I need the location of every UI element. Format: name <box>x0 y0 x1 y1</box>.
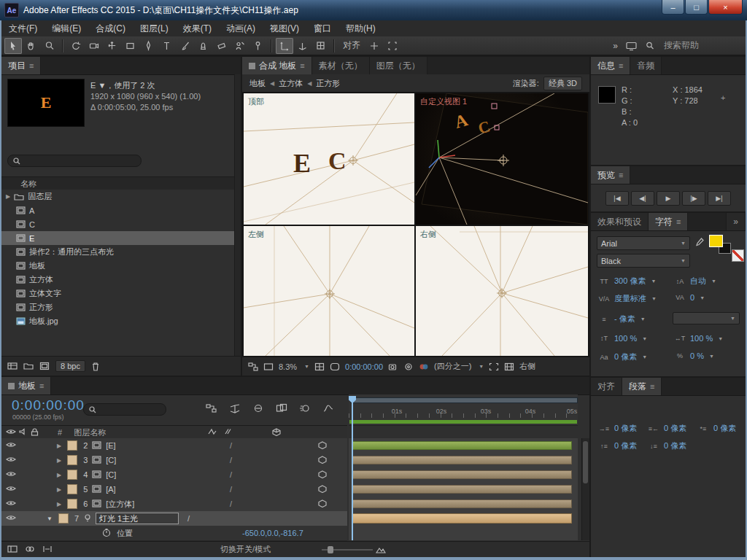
menu-edit[interactable]: 编辑(E) <box>44 20 88 36</box>
panel-menu-icon[interactable]: ≡ <box>300 61 304 70</box>
fill-color-swatch[interactable] <box>709 235 731 254</box>
breadcrumb-cube[interactable]: 立方体 <box>279 78 303 89</box>
3d-switch-icon[interactable] <box>318 485 327 494</box>
caret-icon[interactable]: ▼ <box>711 279 716 284</box>
3d-switch-icon[interactable] <box>318 499 327 509</box>
brush-tool-icon[interactable] <box>177 38 194 54</box>
quality-switch[interactable]: / <box>230 470 232 479</box>
caret-icon[interactable]: ▼ <box>700 295 705 300</box>
eye-icon[interactable] <box>6 499 16 508</box>
project-column-header[interactable]: 名称 <box>1 176 235 191</box>
3d-switch-icon[interactable] <box>318 470 327 480</box>
layer-color-chip[interactable] <box>67 499 77 509</box>
eraser-tool-icon[interactable] <box>213 38 231 54</box>
search-help-icon[interactable] <box>641 38 659 54</box>
layer-name[interactable]: [E] <box>106 441 115 450</box>
stopwatch-icon[interactable] <box>102 528 111 539</box>
transparency-grid-icon[interactable] <box>504 362 514 371</box>
menu-effect[interactable]: 效果(T) <box>176 20 219 36</box>
overflow-chevrons-icon[interactable]: » <box>613 41 618 51</box>
timeline-graph-area[interactable] <box>349 438 578 540</box>
layer-color-chip[interactable] <box>67 484 77 494</box>
selection-tool-icon[interactable] <box>4 38 22 54</box>
channels-icon[interactable] <box>419 362 429 371</box>
timeline-current-time[interactable]: 0:00:00:00 <box>12 397 85 413</box>
layer-name[interactable]: [C] <box>106 470 116 479</box>
panel-menu-icon[interactable]: ≡ <box>619 171 623 179</box>
twirl-icon[interactable]: ▶ <box>57 457 61 464</box>
audio-column-icon[interactable] <box>19 428 28 437</box>
horizontal-scale-value[interactable]: 100 % <box>690 334 713 343</box>
tab-character[interactable]: 字符 ≡ <box>649 213 688 230</box>
hand-tool-icon[interactable] <box>23 38 40 54</box>
maximize-button[interactable]: □ <box>685 0 708 15</box>
last-frame-button[interactable]: ▶| <box>708 191 731 206</box>
eye-icon[interactable] <box>6 514 16 523</box>
region-of-interest-icon[interactable] <box>489 362 499 371</box>
search-help-field[interactable]: 搜索帮助 <box>664 39 699 52</box>
menu-animation[interactable]: 动画(A) <box>219 20 263 36</box>
tab-project[interactable]: 项目 ≡ <box>1 57 41 74</box>
layer-row[interactable]: ▶ 5 [A] / <box>1 482 347 497</box>
no-fill-swatch[interactable] <box>732 249 744 262</box>
play-button[interactable]: ▶ <box>657 191 680 206</box>
eye-icon[interactable] <box>6 456 16 464</box>
layer-duration-bar[interactable] <box>352 456 572 464</box>
menu-layer[interactable]: 图层(L) <box>133 20 176 36</box>
tab-footage[interactable]: 素材（无） <box>312 57 370 74</box>
caret-icon[interactable]: ▼ <box>642 336 647 341</box>
rotation-tool-icon[interactable] <box>67 38 85 54</box>
tab-paragraph[interactable]: 段落 ≡ <box>622 378 662 395</box>
eye-icon[interactable] <box>6 470 16 479</box>
space-after-value[interactable]: 0 像素 <box>664 440 686 451</box>
layer-color-chip[interactable] <box>58 513 69 524</box>
menu-window[interactable]: 窗口 <box>306 20 338 36</box>
breadcrumb-floor[interactable]: 地板 <box>249 78 266 89</box>
workspace-icon[interactable] <box>623 38 640 54</box>
tab-composition[interactable]: 合成 地板 ≡ <box>242 57 312 74</box>
timeline-scrollbar[interactable] <box>581 438 589 540</box>
layer-color-chip[interactable] <box>67 440 77 451</box>
twirl-icon[interactable]: ▼ <box>47 516 53 522</box>
type-tool-icon[interactable] <box>158 38 176 54</box>
layer-name-edit-field[interactable]: 灯光 1主光 <box>96 513 179 524</box>
3d-switch-icon[interactable] <box>318 456 327 465</box>
property-row-position[interactable]: 位置 -650.0,0.0,-816.7 <box>1 526 347 541</box>
twirl-icon[interactable]: ▶ <box>57 443 61 449</box>
fit-icon[interactable] <box>384 38 401 54</box>
menu-file[interactable]: 文件(F) <box>1 20 44 36</box>
twirl-icon[interactable]: ▶ <box>57 501 61 508</box>
clone-stamp-tool-icon[interactable] <box>195 38 212 54</box>
project-search-input[interactable] <box>7 155 142 167</box>
project-row[interactable]: 正方形 <box>1 300 235 314</box>
tab-timeline-floor[interactable]: 地板 ≡ <box>1 377 51 394</box>
flowchart-icon[interactable] <box>248 362 258 371</box>
tsume-value[interactable]: 0 % <box>690 351 704 360</box>
resolution-value[interactable]: (四分之一) <box>434 361 471 372</box>
caret-icon[interactable]: ▼ <box>651 296 657 301</box>
grid-guides-icon[interactable] <box>314 362 325 371</box>
snap-align-label[interactable]: 对齐 <box>343 39 360 52</box>
next-frame-button[interactable]: |▶ <box>682 191 705 206</box>
baseline-shift-value[interactable]: 0 像素 <box>614 351 637 362</box>
layer-name[interactable]: [A] <box>106 485 115 494</box>
magnification-caret-icon[interactable]: ▼ <box>304 364 309 369</box>
tab-layer[interactable]: 图层（无） <box>370 57 427 74</box>
font-family-select[interactable]: Arial ▼ <box>597 236 690 250</box>
pan-behind-tool-icon[interactable] <box>104 38 121 54</box>
panel-menu-icon[interactable]: ≡ <box>29 61 34 70</box>
layer-name-column-label[interactable]: 图层名称 <box>74 427 106 438</box>
eye-icon[interactable] <box>6 441 16 450</box>
renderer-button[interactable]: 经典 3D <box>543 77 582 90</box>
timeline-zoom-slider[interactable] <box>322 546 386 553</box>
caret-icon[interactable]: ▼ <box>718 336 723 341</box>
close-button[interactable]: × <box>708 0 743 15</box>
frame-blend-icon[interactable] <box>276 403 287 415</box>
view-top[interactable]: 顶部 E C <box>244 93 414 225</box>
breadcrumb-square[interactable]: 正方形 <box>316 78 340 89</box>
project-row[interactable]: 操作2：通用的三点布光 <box>1 245 235 259</box>
magnification-value[interactable]: 8.3% <box>279 362 297 371</box>
quality-switch[interactable]: / <box>230 456 232 464</box>
bit-depth-button[interactable]: 8 bpc <box>55 360 85 372</box>
pen-tool-icon[interactable] <box>140 38 158 54</box>
